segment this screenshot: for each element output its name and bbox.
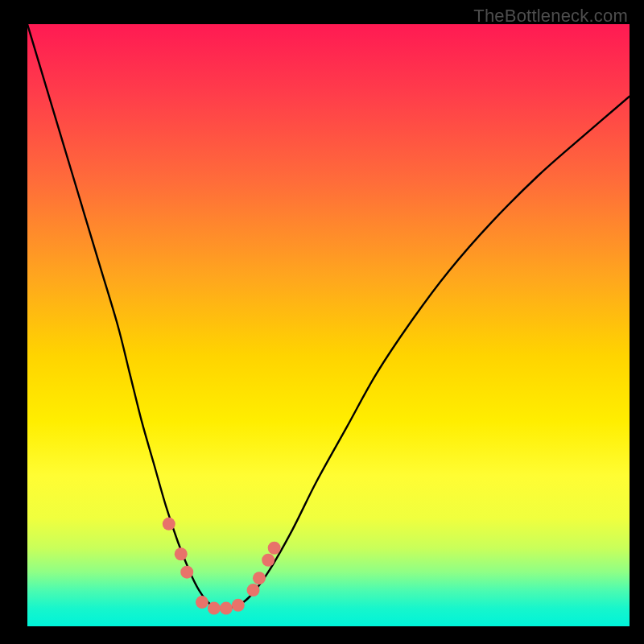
curve-markers xyxy=(163,518,281,615)
curve-marker xyxy=(220,602,233,615)
chart-plot-area xyxy=(27,24,630,626)
curve-marker xyxy=(175,547,188,560)
watermark-text: TheBottleneck.com xyxy=(473,6,628,27)
curve-marker xyxy=(262,554,275,567)
curve-marker xyxy=(163,518,175,530)
curve-marker xyxy=(253,572,266,584)
chart-svg xyxy=(27,24,630,626)
curve-marker xyxy=(232,599,245,612)
curve-marker xyxy=(268,542,281,555)
curve-marker xyxy=(247,584,260,597)
curve-marker xyxy=(196,596,208,609)
bottleneck-curve-line xyxy=(27,24,630,609)
curve-marker xyxy=(180,566,193,579)
curve-marker xyxy=(208,602,221,615)
